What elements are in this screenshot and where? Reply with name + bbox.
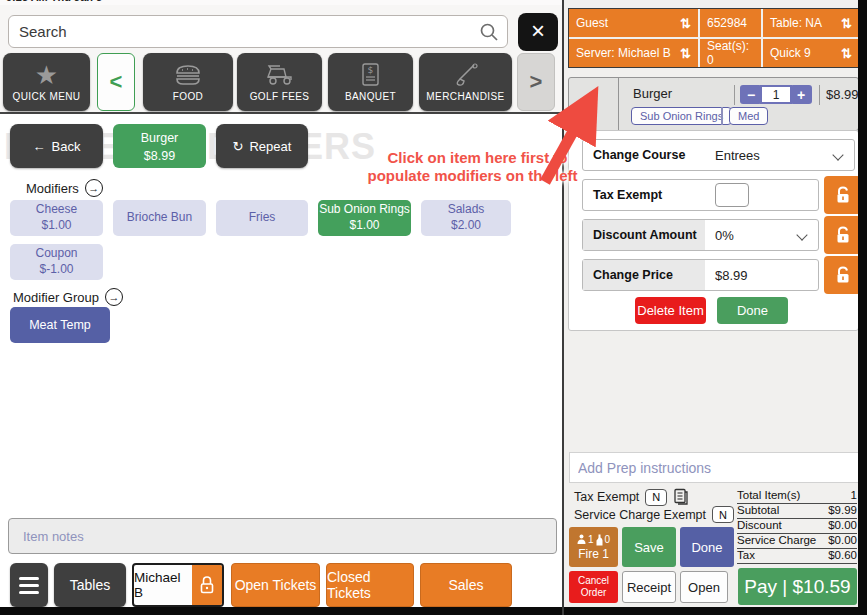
save-button[interactable]: Save	[622, 527, 676, 567]
screen-edge-right	[858, 0, 867, 615]
tab-food[interactable]: FOOD	[143, 53, 233, 111]
summary-discount: Discount$0.00	[737, 519, 857, 534]
item-done-button[interactable]: Done	[717, 297, 788, 324]
modifier-group-meat-temp[interactable]: Meat Temp	[10, 307, 110, 343]
user-lock-section[interactable]	[192, 565, 222, 605]
service-charge-exempt-label: Service Charge Exempt	[574, 508, 706, 522]
repeat-button[interactable]: ↻ Repeat	[216, 124, 308, 168]
ticket-item-name: Burger	[633, 86, 672, 101]
modifier-coupon[interactable]: Coupon $-1.00	[10, 244, 103, 280]
arrow-right-circle-icon[interactable]: →	[105, 288, 123, 306]
change-price-row[interactable]: Change Price $8.99	[582, 259, 819, 291]
change-price-label: Change Price	[583, 260, 705, 290]
tab-merchandise[interactable]: MERCHANDISE	[419, 53, 512, 111]
categories-prev-button[interactable]: <	[97, 53, 135, 111]
hamburger-icon	[19, 577, 39, 594]
prep-instructions-input[interactable]	[570, 453, 858, 482]
modifier-salads[interactable]: Salads $2.00	[421, 200, 511, 236]
modifier-brioche-bun[interactable]: Brioche Bun	[113, 200, 206, 236]
service-charge-exempt-toggle[interactable]: N	[712, 506, 734, 523]
chip-divider	[721, 107, 723, 125]
menu-item-burger[interactable]: Burger $8.99	[113, 124, 206, 168]
ticket-done-button[interactable]: Done	[680, 527, 734, 567]
status-datetime: 9:25 AM Thu Jan 5	[6, 0, 102, 3]
tab-label: MERCHANDISE	[426, 91, 504, 102]
tab-label: GOLF FEES	[250, 91, 310, 102]
modifiers-label: Modifiers	[26, 181, 79, 196]
divider	[819, 85, 820, 105]
tables-button[interactable]: Tables	[54, 563, 126, 607]
summary-subtotal: Subtotal$9.99	[737, 504, 857, 519]
fire-label: Fire 1	[578, 547, 609, 561]
modifier-chip-med[interactable]: Med	[729, 107, 768, 125]
modifier-name: Brioche Bun	[127, 210, 192, 226]
table-cell[interactable]: Table: NA ⇅	[763, 9, 859, 37]
delete-item-button[interactable]: Delete Item	[635, 297, 706, 324]
tab-label: QUICK MENU	[13, 91, 81, 102]
close-search-button[interactable]: ×	[518, 13, 558, 51]
tax-exempt-lock-button[interactable]	[824, 176, 861, 214]
order-number-cell[interactable]: 652984	[700, 9, 761, 37]
fire-button[interactable]: 1 0 Fire 1	[569, 527, 618, 567]
tax-exempt-flag: Tax Exempt N	[574, 488, 689, 506]
item-notes-input[interactable]	[9, 519, 556, 553]
quantity-minus-button[interactable]: −	[740, 85, 762, 104]
open-button[interactable]: Open	[680, 571, 728, 603]
table-label: Table: NA	[770, 16, 822, 30]
tab-quick-menu[interactable]: ★ QUICK MENU	[3, 53, 90, 111]
ticket-panel: Guest ⇅ 652984 Table: NA ⇅ Server: Micha…	[564, 0, 859, 615]
tax-exempt-flag-toggle[interactable]: N	[645, 489, 667, 506]
receipt-button[interactable]: Receipt	[622, 571, 676, 603]
change-course-row[interactable]: Change Course Entrees	[582, 139, 855, 171]
modifier-price: $-1.00	[39, 262, 73, 278]
sales-button[interactable]: Sales	[420, 563, 512, 607]
modifier-sub-onion-rings[interactable]: Sub Onion Rings $1.00	[318, 200, 411, 236]
back-button[interactable]: ← Back	[10, 124, 103, 168]
star-icon: ★	[35, 62, 59, 88]
change-course-select[interactable]: Entrees	[705, 148, 834, 163]
tax-exempt-row: Tax Exempt	[582, 179, 819, 211]
modifier-cheese[interactable]: Cheese $1.00	[10, 200, 103, 236]
closed-tickets-button[interactable]: Closed Tickets	[326, 563, 414, 607]
tab-golf-fees[interactable]: GOLF FEES	[237, 53, 322, 111]
quick-cell[interactable]: Quick 9 ⇅	[763, 39, 859, 67]
tax-exempt-checkbox[interactable]	[715, 183, 749, 207]
menu-item-price: $8.99	[113, 147, 206, 165]
discount-row[interactable]: Discount Amount 0%	[582, 219, 819, 251]
search-input[interactable]	[19, 16, 469, 47]
quantity-value: 1	[760, 85, 792, 104]
discount-select[interactable]: 0%	[705, 228, 798, 243]
modifier-name: Salads	[448, 202, 485, 218]
discount-lock-button[interactable]	[824, 216, 861, 254]
guest-cell[interactable]: Guest ⇅	[569, 9, 698, 37]
notes-document-icon[interactable]	[673, 488, 689, 506]
pay-button[interactable]: Pay | $10.59	[738, 568, 857, 605]
server-cell[interactable]: Server: Michael B ⇅	[569, 39, 698, 67]
seats-cell[interactable]: Seat(s): 0	[700, 39, 761, 67]
cancel-order-button[interactable]: Cancel Order	[569, 571, 618, 603]
modifier-fries[interactable]: Fries	[216, 200, 308, 236]
golf-cart-icon	[264, 62, 296, 88]
svg-text:$: $	[367, 65, 373, 75]
open-tickets-button[interactable]: Open Tickets	[231, 563, 320, 607]
golf-club-icon	[452, 62, 480, 88]
change-price-lock-button[interactable]	[824, 256, 861, 294]
menu-header-section: × ★ QUICK MENU < FOOD GOLF FEES $ BANQUE…	[0, 5, 563, 114]
modifier-price: $1.00	[349, 218, 379, 234]
arrow-right-circle-icon[interactable]: →	[85, 179, 103, 197]
tab-label: FOOD	[173, 91, 204, 102]
tab-label: BANQUET	[345, 91, 396, 102]
lock-icon	[199, 575, 215, 595]
modifier-chip-sub-onion-rings[interactable]: Sub Onion Rings	[631, 107, 732, 125]
menu-item-name: Burger	[113, 129, 206, 147]
ticket-item-row[interactable]: Burger − 1 + $8.99 Sub Onion Rings Med	[568, 77, 859, 131]
modifier-name: Sub Onion Rings	[319, 202, 410, 218]
pos-app: 9:25 AM Thu Jan 5 100% × ★ QUICK MENU <	[0, 0, 867, 615]
menu-button[interactable]	[10, 563, 48, 607]
modifier-group-heading: Modifier Group →	[13, 288, 123, 306]
tab-banquet[interactable]: $ BANQUET	[328, 53, 413, 111]
user-button[interactable]: Michael B	[132, 563, 224, 607]
divider	[734, 85, 735, 105]
order-number: 652984	[707, 16, 747, 30]
quantity-plus-button[interactable]: +	[790, 85, 812, 104]
